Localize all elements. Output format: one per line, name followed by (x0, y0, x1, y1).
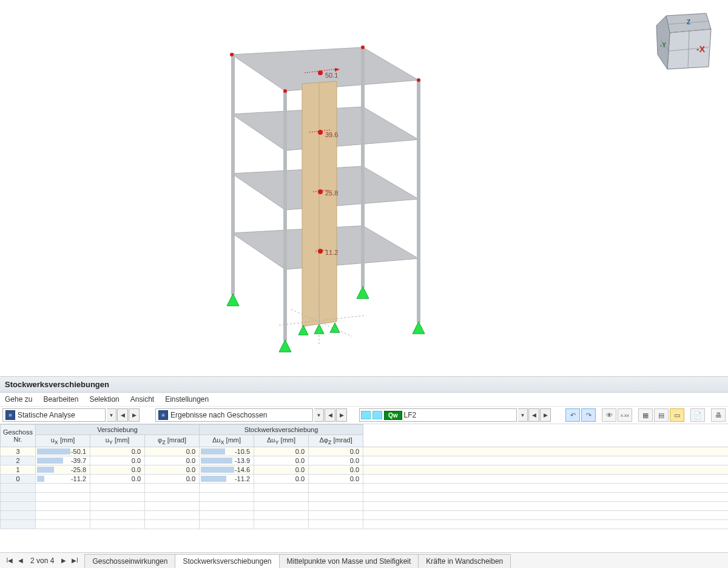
col-head-geschoss[interactable]: Geschoss Nr. (1, 425, 36, 447)
label-floor0: 11.2 (325, 249, 338, 256)
svg-marker-19 (357, 286, 369, 299)
col-group-stockwerks: Stockwerksverschiebung (200, 425, 363, 435)
tool-export-icon[interactable]: 📄 (690, 408, 705, 422)
svg-point-34 (230, 53, 234, 56)
table-row[interactable]: 0-11.20.00.0-11.20.00.0 (1, 475, 729, 484)
col-duy[interactable]: ΔuY [mm] (254, 435, 309, 447)
svg-marker-18 (227, 294, 239, 306)
table-row[interactable]: 2-39.70.00.0-13.90.00.0 (1, 456, 729, 465)
analysis-next[interactable]: ▶ (129, 408, 140, 422)
svg-point-30 (318, 189, 323, 194)
svg-point-25 (318, 70, 323, 75)
viewport-3d[interactable]: -X -Y Z (0, 0, 728, 376)
svg-marker-24 (330, 323, 340, 333)
pager-last[interactable]: ▶I (70, 556, 79, 566)
view-nav-cube[interactable]: -X -Y Z (650, 11, 717, 72)
col-phiz[interactable]: φZ [mrad] (145, 435, 200, 447)
loadcase-name: LF2 (404, 411, 417, 419)
analysis-icon: ≡ (5, 410, 15, 420)
tool-precision-icon[interactable]: x.xx (618, 408, 632, 422)
tool-filter-1[interactable]: ↶ (565, 408, 580, 422)
col-dphiz[interactable]: ΔφZ [mrad] (309, 435, 363, 447)
panel-title: Stockwerksverschiebungen (0, 377, 728, 393)
label-floor2: 39.6 (325, 131, 338, 138)
svg-point-35 (361, 46, 365, 49)
tool-print-icon[interactable]: 🖶 (711, 408, 726, 422)
svg-marker-21 (413, 322, 425, 334)
svg-point-37 (283, 89, 287, 93)
pager-text: 2 von 4 (30, 556, 54, 565)
svg-point-36 (417, 78, 420, 82)
table-row[interactable]: 3-50.10.00.0-10.50.00.0 (1, 447, 729, 456)
results-prev[interactable]: ◀ (325, 408, 335, 422)
navcube-label-x: -X (696, 44, 706, 54)
svg-point-32 (318, 249, 323, 254)
navcube-label-y: -Y (660, 42, 666, 49)
results-selector[interactable]: ≡ Ergebnisse nach Geschossen (155, 408, 313, 422)
analysis-prev[interactable]: ◀ (117, 408, 128, 422)
loadcase-dropdown-btn[interactable]: ▼ (518, 408, 528, 422)
menu-settings[interactable]: Einstellungen (165, 395, 209, 404)
pager-first[interactable]: I◀ (5, 556, 15, 566)
analysis-selector-label: Statische Analyse (18, 411, 75, 419)
col-group-verschiebung: Verschiebung (36, 425, 200, 435)
menu-edit[interactable]: Bearbeiten (43, 395, 78, 404)
tool-table2-icon[interactable]: ▤ (654, 408, 669, 422)
analysis-selector[interactable]: ≡ Statische Analyse (2, 408, 106, 422)
tool-show-results-icon[interactable]: 👁 (602, 408, 616, 422)
svg-marker-20 (279, 340, 291, 352)
loadcase-badge: Qw (384, 411, 402, 420)
table-row[interactable]: 1-25.80.00.0-14.60.00.0 (1, 465, 729, 475)
label-floor1: 25.8 (325, 189, 338, 197)
tool-highlight-icon[interactable]: ▭ (670, 408, 684, 422)
pager-prev[interactable]: ◀ (16, 556, 25, 566)
results-icon: ≡ (158, 410, 168, 420)
structural-model (200, 36, 443, 364)
loadcase-prev[interactable]: ◀ (528, 408, 539, 422)
footer-tab[interactable]: Mittelpunkte von Masse und Steifigkeit (279, 554, 419, 568)
tool-filter-2[interactable]: ↷ (581, 408, 596, 422)
results-selector-label: Ergebnisse nach Geschossen (170, 411, 267, 419)
loadcase-next[interactable]: ▶ (540, 408, 551, 422)
svg-marker-22 (298, 325, 308, 335)
loadcase-color-icon (361, 411, 371, 419)
footer-tab[interactable]: Stockwerksverschiebungen (175, 554, 279, 568)
tool-table-icon[interactable]: ▦ (638, 408, 653, 422)
loadcase-color-icon-2 (372, 411, 382, 419)
footer-tab[interactable]: Kräfte in Wandscheiben (418, 554, 511, 568)
menu-selection[interactable]: Selektion (89, 395, 119, 404)
pager-next[interactable]: ▶ (59, 556, 69, 566)
analysis-dropdown-btn[interactable]: ▼ (107, 408, 116, 422)
menu-view[interactable]: Ansicht (130, 395, 154, 404)
navcube-label-z: Z (687, 19, 690, 25)
pager[interactable]: I◀ ◀ 2 von 4 ▶ ▶I (0, 556, 84, 566)
panel-menubar[interactable]: Gehe zu Bearbeiten Selektion Ansicht Ein… (0, 393, 728, 406)
footer-tab[interactable]: Geschosseinwirkungen (84, 554, 175, 568)
menu-goto[interactable]: Gehe zu (5, 395, 32, 404)
results-next[interactable]: ▶ (336, 408, 347, 422)
results-dropdown-btn[interactable]: ▼ (314, 408, 324, 422)
col-dux[interactable]: ΔuX [mm] (200, 435, 254, 447)
loadcase-selector[interactable]: Qw LF2 (359, 408, 517, 422)
results-table[interactable]: Geschoss Nr. Verschiebung Stockwerksvers… (0, 424, 728, 529)
col-uy[interactable]: uY [mm] (90, 435, 145, 447)
col-ux[interactable]: uX [mm] (36, 435, 90, 447)
label-floor3: 50.1 (325, 72, 338, 79)
